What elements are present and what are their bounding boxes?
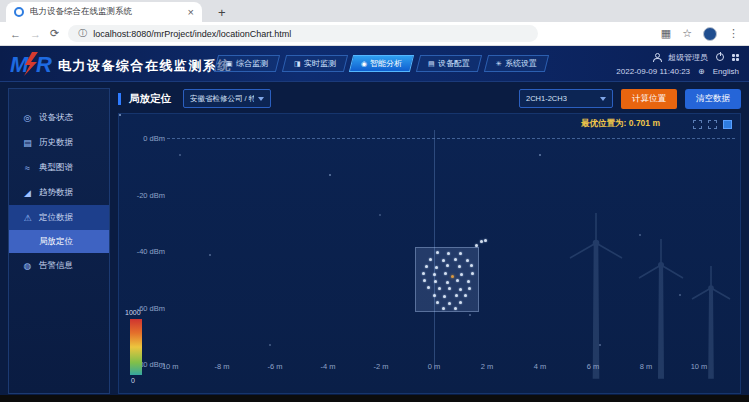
scatter-point bbox=[480, 240, 483, 243]
colorbar bbox=[130, 319, 142, 375]
sidebar-label: 告警信息 bbox=[39, 260, 73, 272]
browser-tab-strip: 电力设备综合在线监测系统 × + bbox=[0, 0, 749, 22]
nav-label: 系统设置 bbox=[505, 58, 537, 69]
sidebar-label: 趋势数据 bbox=[39, 187, 73, 199]
app-header: M R 电力设备综合在线监测系统 ▣ 综合监测 ◨ 实时监测 ◉ 智能分析 ▤ … bbox=[0, 46, 749, 82]
sidebar-label: 历史数据 bbox=[39, 137, 73, 149]
x-axis-tick: -4 m bbox=[312, 362, 344, 371]
page-info-icon[interactable]: ⓘ bbox=[78, 27, 87, 40]
top-navigation: ▣ 综合监测 ◨ 实时监测 ◉ 智能分析 ▤ 设备配置 ✳ 系统设置 bbox=[216, 55, 547, 72]
chevron-down-icon bbox=[600, 97, 606, 101]
location-data-icon: ⚠ bbox=[22, 213, 33, 223]
sidebar-item-location-data[interactable]: ⚠ 定位数据 bbox=[9, 205, 109, 230]
close-tab-icon[interactable]: × bbox=[188, 7, 194, 18]
scatter-point bbox=[422, 272, 425, 275]
device-config-icon: ▤ bbox=[428, 60, 435, 67]
x-axis-tick: 8 m bbox=[630, 362, 662, 371]
scatter-point bbox=[425, 265, 428, 268]
scatter-point bbox=[429, 258, 432, 261]
nav-overview-monitor[interactable]: ▣ 综合监测 bbox=[214, 55, 280, 72]
scatter-point bbox=[433, 294, 436, 297]
calculate-position-button[interactable]: 计算位置 bbox=[621, 89, 677, 109]
browser-menu-icon[interactable]: ⋮ bbox=[728, 27, 739, 40]
smart-analysis-icon: ◉ bbox=[361, 60, 367, 67]
nav-smart-analysis[interactable]: ◉ 智能分析 bbox=[349, 55, 414, 72]
channel-select[interactable]: 2CH1-2CH3 bbox=[519, 89, 613, 108]
chevron-down-icon bbox=[258, 97, 264, 101]
sidebar-item-alarm-info[interactable]: ◍ 告警信息 bbox=[9, 253, 109, 278]
sidebar: ◎ 设备状态 ▤ 历史数据 ≈ 典型图谱 ◢ 趋势数据 ⚠ 定位数据 局放定位 … bbox=[8, 88, 110, 394]
x-axis-tick: 10 m bbox=[683, 362, 715, 371]
sidebar-label: 典型图谱 bbox=[39, 162, 73, 174]
x-axis-tick: 4 m bbox=[524, 362, 556, 371]
scatter-point bbox=[484, 239, 487, 242]
scatter-point bbox=[459, 252, 462, 255]
username: 超级管理员 bbox=[668, 52, 708, 63]
url-text: localhost:8080/mrProject/index/locationC… bbox=[93, 29, 291, 39]
x-axis-tick: 2 m bbox=[471, 362, 503, 371]
language-switch[interactable]: English bbox=[713, 67, 739, 76]
nav-device-config[interactable]: ▤ 设备配置 bbox=[416, 55, 482, 72]
logout-power-icon[interactable] bbox=[716, 53, 724, 61]
clear-data-button[interactable]: 清空数据 bbox=[685, 89, 741, 109]
new-tab-button[interactable]: + bbox=[212, 3, 232, 22]
bookmark-star-icon[interactable]: ☆ bbox=[682, 27, 692, 40]
sidebar-label: 定位数据 bbox=[39, 212, 73, 224]
station-select[interactable]: 安徽省检修公司 / 特高... bbox=[183, 89, 271, 108]
forward-icon[interactable]: → bbox=[30, 28, 41, 40]
x-axis-tick: -10 m bbox=[153, 362, 185, 371]
main-header: 局放定位 安徽省检修公司 / 特高... 2CH1-2CH3 计算位置 清空数据 bbox=[118, 88, 741, 109]
colorbar-max-label: 1000 bbox=[125, 309, 141, 316]
browser-tab[interactable]: 电力设备综合在线监测系统 × bbox=[6, 2, 202, 22]
scatter-point bbox=[446, 281, 449, 284]
apps-grid-icon[interactable] bbox=[732, 54, 739, 61]
x-axis-tick: -8 m bbox=[206, 362, 238, 371]
y-axis-tick: -40 dBm bbox=[127, 247, 165, 256]
browser-profile-avatar[interactable] bbox=[703, 27, 717, 41]
nav-system-settings[interactable]: ✳ 系统设置 bbox=[484, 55, 549, 72]
trend-data-icon: ◢ bbox=[22, 188, 33, 198]
browser-toolbar: ← → ⟳ ⓘ localhost:8080/mrProject/index/l… bbox=[0, 22, 749, 46]
x-axis-tick: -6 m bbox=[259, 362, 291, 371]
toolbar-actions: ▦ ☆ ⋮ bbox=[661, 27, 739, 41]
nav-realtime-monitor[interactable]: ◨ 实时监测 bbox=[282, 55, 348, 72]
tab-title: 电力设备综合在线监测系统 bbox=[30, 6, 182, 18]
title-accent-bar bbox=[118, 93, 121, 105]
url-bar[interactable]: ⓘ localhost:8080/mrProject/index/locatio… bbox=[68, 25, 538, 42]
realtime-monitor-icon: ◨ bbox=[294, 60, 301, 67]
refresh-icon[interactable]: ⟳ bbox=[50, 27, 59, 40]
sidebar-item-trend-data[interactable]: ◢ 趋势数据 bbox=[9, 180, 109, 205]
y-axis-tick: -20 dBm bbox=[127, 191, 165, 200]
app-title: 电力设备综合在线监测系统 bbox=[58, 57, 232, 75]
extensions-icon[interactable]: ▦ bbox=[661, 27, 671, 40]
scatter-point bbox=[446, 264, 449, 267]
y-axis-tick: 0 dBm bbox=[127, 134, 165, 143]
datetime: 2022-09-09 11:40:23 bbox=[616, 67, 690, 76]
colorbar-min-label: 0 bbox=[131, 377, 135, 384]
nav-label: 智能分析 bbox=[370, 58, 402, 69]
screen: 电力设备综合在线监测系统 × + ← → ⟳ ⓘ localhost:8080/… bbox=[0, 0, 749, 402]
location-chart-panel: 最优位置为: 0.701 m bbox=[118, 113, 741, 394]
nav-label: 实时监测 bbox=[303, 58, 335, 69]
user-icon bbox=[652, 53, 660, 61]
typical-atlas-icon: ≈ bbox=[22, 163, 33, 173]
device-status-icon: ◎ bbox=[22, 113, 33, 123]
scatter-plot[interactable]: 0 dBm-20 dBm-40 dBm-60 dBm-80 dBm-10 m-8… bbox=[119, 114, 740, 393]
sidebar-item-device-status[interactable]: ◎ 设备状态 bbox=[9, 105, 109, 130]
system-settings-icon: ✳ bbox=[496, 60, 502, 67]
sidebar-label: 设备状态 bbox=[39, 112, 73, 124]
overview-monitor-icon: ▣ bbox=[226, 60, 233, 67]
alarm-info-icon: ◍ bbox=[22, 261, 33, 271]
nav-label: 设备配置 bbox=[438, 58, 470, 69]
sidebar-subitem-pd-location[interactable]: 局放定位 bbox=[9, 230, 109, 253]
sidebar-item-history-data[interactable]: ▤ 历史数据 bbox=[9, 130, 109, 155]
scatter-point bbox=[454, 258, 457, 261]
scatter-point bbox=[443, 295, 446, 298]
sidebar-item-typical-atlas[interactable]: ≈ 典型图谱 bbox=[9, 155, 109, 180]
scatter-point bbox=[455, 294, 458, 297]
history-data-icon: ▤ bbox=[22, 138, 33, 148]
station-select-value: 安徽省检修公司 / 特高... bbox=[190, 94, 254, 104]
back-icon[interactable]: ← bbox=[10, 28, 21, 40]
user-area: 超级管理员 2022-09-09 11:40:23 ⊕ English bbox=[616, 50, 739, 78]
x-axis-tick: -2 m bbox=[365, 362, 397, 371]
